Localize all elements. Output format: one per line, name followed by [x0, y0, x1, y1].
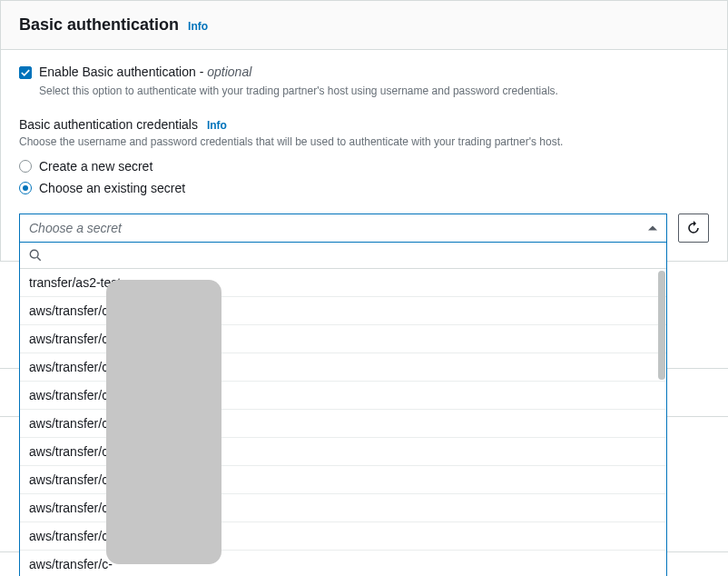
- panel-info-link[interactable]: Info: [188, 20, 208, 33]
- radio-create-label: Create a new secret: [39, 159, 152, 174]
- select-refresh-row: Choose a secret transfer/as2-test aws/tr…: [19, 214, 709, 243]
- list-item[interactable]: aws/transfer/c-: [20, 353, 666, 382]
- credentials-helper: Choose the username and password credent…: [19, 134, 709, 150]
- caret-up-icon: [648, 226, 657, 231]
- enable-checkbox[interactable]: [19, 66, 32, 79]
- radio-existing-label: Choose an existing secret: [39, 181, 185, 195]
- list-item[interactable]: aws/transfer/c-: [20, 438, 666, 466]
- list-item[interactable]: aws/transfer/c-: [20, 522, 666, 551]
- scrollbar-track[interactable]: [657, 269, 666, 576]
- list-item[interactable]: aws/transfer/c-: [20, 325, 666, 353]
- enable-checkbox-row: Enable Basic authentication - optional: [19, 65, 709, 79]
- dropdown-list[interactable]: transfer/as2-test aws/transfer/c-9 aws/t…: [20, 269, 666, 576]
- list-item[interactable]: aws/transfer/c-9: [20, 297, 666, 325]
- radio-existing-input[interactable]: [19, 182, 32, 194]
- enable-optional-tag: optional: [207, 65, 251, 79]
- scrollbar-thumb[interactable]: [658, 271, 665, 380]
- secret-select-placeholder: Choose a secret: [29, 221, 122, 235]
- credentials-info-link[interactable]: Info: [207, 119, 227, 132]
- radio-existing-secret[interactable]: Choose an existing secret: [19, 181, 709, 195]
- refresh-button[interactable]: [678, 214, 709, 243]
- svg-point-0: [30, 250, 38, 258]
- panel-title: Basic authentication: [19, 15, 179, 35]
- credentials-label: Basic authentication credentials: [19, 117, 198, 132]
- panel-body: Enable Basic authentication - optional S…: [1, 50, 727, 261]
- list-item[interactable]: aws/transfer/c-: [20, 551, 666, 576]
- list-item[interactable]: transfer/as2-test: [20, 269, 666, 297]
- panel-header: Basic authentication Info: [1, 1, 727, 50]
- basic-auth-panel: Basic authentication Info Enable Basic a…: [0, 0, 728, 262]
- list-item[interactable]: aws/transfer/c-: [20, 494, 666, 522]
- dropdown-search-input[interactable]: [47, 248, 657, 263]
- list-item[interactable]: aws/transfer/c-: [20, 410, 666, 438]
- radio-create-input[interactable]: [19, 160, 32, 173]
- enable-label-prefix: Enable Basic authentication -: [39, 65, 207, 79]
- dropdown-search-row: [20, 243, 666, 269]
- refresh-icon: [686, 221, 701, 235]
- credentials-label-row: Basic authentication credentials Info: [19, 117, 709, 132]
- radio-create-secret[interactable]: Create a new secret: [19, 159, 709, 174]
- svg-line-1: [37, 257, 41, 261]
- enable-helper: Select this option to authenticate with …: [39, 83, 709, 99]
- check-icon: [21, 68, 30, 77]
- secret-select-trigger[interactable]: Choose a secret: [19, 214, 667, 243]
- enable-label: Enable Basic authentication - optional: [39, 65, 251, 79]
- secret-dropdown: transfer/as2-test aws/transfer/c-9 aws/t…: [19, 243, 667, 576]
- list-item[interactable]: aws/transfer/c-: [20, 382, 666, 410]
- search-icon: [29, 249, 42, 262]
- secret-select-wrapper: Choose a secret transfer/as2-test aws/tr…: [19, 214, 667, 243]
- list-item[interactable]: aws/transfer/c-: [20, 466, 666, 494]
